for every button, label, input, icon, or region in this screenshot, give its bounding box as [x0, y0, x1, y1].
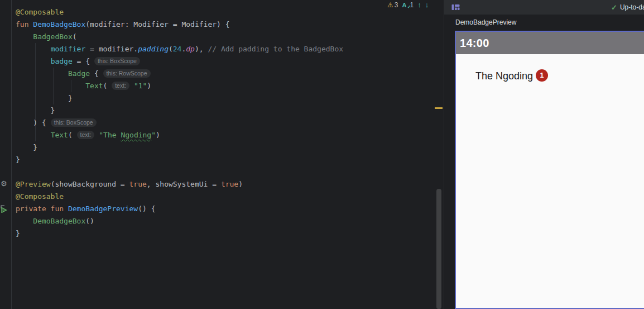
editor-gutter: ⚙ [0, 0, 12, 309]
device-status-bar: 14:00 [456, 32, 644, 54]
warning-count: 3 [395, 1, 398, 9]
code-line[interactable]: @Preview(showBackground = true, showSyst… [16, 178, 343, 191]
code-line[interactable]: } [16, 141, 343, 154]
code-line[interactable]: @Composable [16, 6, 343, 18]
grid-layout-icon[interactable] [451, 3, 460, 11]
code-line[interactable]: @Composable [16, 191, 343, 203]
sync-status[interactable]: ✓ Up-to-date [611, 0, 644, 15]
device-preview-content: The Ngoding 1 [456, 54, 644, 309]
code-line[interactable]: } [16, 227, 343, 240]
code-line[interactable]: } [16, 104, 343, 117]
preview-name-label: DemoBadgePreview [455, 15, 516, 30]
code-line[interactable]: BadgedBox( [16, 31, 343, 43]
code-line[interactable]: Badge { this: RowScope [16, 68, 343, 80]
editor-vertical-scrollbar[interactable] [436, 189, 441, 309]
code-line[interactable]: Text( text: "The Ngoding") [16, 129, 343, 141]
preview-toolbar: ✓ Up-to-date [444, 0, 644, 15]
code-line[interactable]: } [16, 92, 343, 104]
compose-preview-panel: ✓ Up-to-date DemoBadgePreview 14:00 The … [444, 0, 644, 309]
typos-indicator[interactable]: A✓ 1 [402, 1, 414, 9]
code-editor[interactable]: ⚙ @Composablefun DemoBadgeBox(modifier: … [0, 0, 444, 309]
warnings-indicator[interactable]: ⚠ 3 [387, 1, 398, 9]
device-preview-frame[interactable]: 14:00 The Ngoding 1 [455, 31, 644, 309]
preview-text: The Ngoding [475, 70, 533, 82]
code-line[interactable]: Text( text: "1") [16, 80, 343, 92]
inspections-widget: ⚠ 3 A✓ 1 ↑ ↓ [387, 1, 429, 9]
next-highlight-arrow-icon[interactable]: ↓ [425, 1, 429, 9]
inlay-hint-chip: this: BoxScope [94, 57, 140, 65]
sync-status-label: Up-to-date [620, 3, 644, 11]
previous-highlight-arrow-icon[interactable]: ↑ [417, 1, 421, 9]
code-line[interactable]: } [16, 154, 343, 166]
run-preview-gutter-icon[interactable] [0, 204, 8, 213]
inlay-hint-chip: this: RowScope [103, 69, 151, 78]
inlay-hint-chip: text: [77, 131, 95, 139]
code-line[interactable]: modifier = modifier.padding(24.dp), // A… [16, 43, 343, 55]
error-stripe-warning-mark[interactable] [435, 107, 443, 109]
preview-badge: 1 [536, 69, 548, 82]
inlay-hint-chip: this: BoxScope [51, 118, 97, 127]
spellcheck-icon: A✓ [402, 2, 408, 9]
status-bar-time: 14:00 [456, 37, 489, 50]
inlay-hint-chip: text: [112, 82, 129, 90]
code-line[interactable]: private fun DemoBadgePreview() { [16, 203, 343, 215]
preview-settings-gutter-icon[interactable]: ⚙ [1, 179, 7, 188]
code-line[interactable]: DemoBadgeBox() [16, 215, 343, 227]
code-line[interactable]: ) { this: BoxScope [16, 117, 343, 129]
warning-icon: ⚠ [387, 1, 393, 9]
code-line[interactable] [16, 166, 343, 178]
code-line[interactable]: badge = { this: BoxScope [16, 55, 343, 68]
code-line[interactable]: fun DemoBadgeBox(modifier: Modifier = Mo… [16, 18, 343, 31]
check-icon: ✓ [611, 3, 617, 12]
code-lines: @Composablefun DemoBadgeBox(modifier: Mo… [16, 6, 343, 240]
